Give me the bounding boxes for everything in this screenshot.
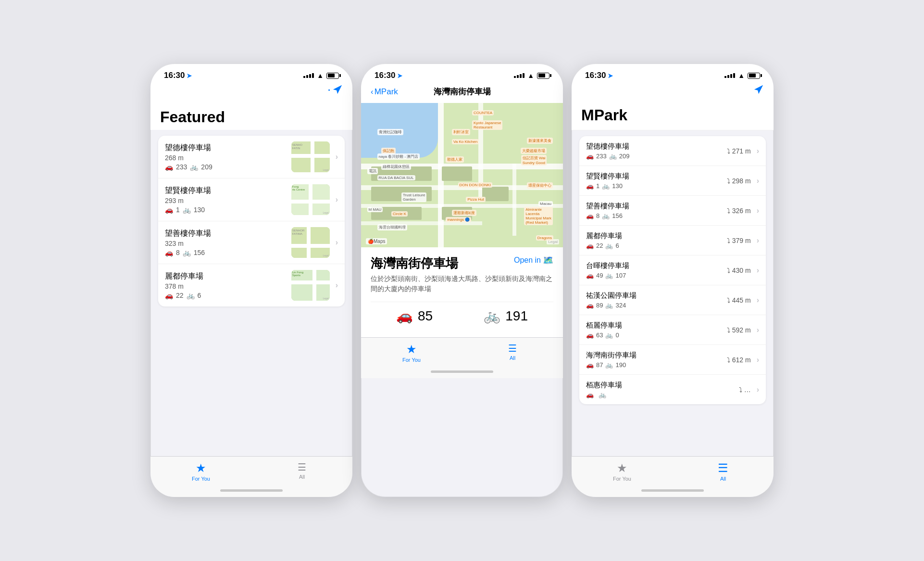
bike-icon-a1: 🚲 (602, 182, 610, 190)
home-indicator-2 (361, 365, 563, 378)
detail-info: 海灣南街停車場 Open in 🗺️ 位於沙梨頭南街、沙梨頭海邊大馬路、沙梨頭新… (361, 247, 563, 337)
scroll-content-1: Featured 望德樓停車場 268 m 🚗 233 🚲 209 (150, 101, 352, 456)
bike-icon-a5: 🚲 (605, 302, 613, 309)
chevron-a4: › (757, 266, 759, 275)
time-2: 16:30 ➤ (375, 71, 402, 80)
map-container: COUNTEA Kyoto JapaneseRestaurant 青洲灶記咖啡 … (361, 103, 563, 247)
paper-plane-icon-1[interactable] (332, 84, 343, 95)
tab-for-you-3[interactable]: ★ For You (605, 461, 639, 482)
all-list-title: MPark (581, 106, 764, 124)
chevron-a3: › (757, 236, 759, 245)
all-item-7[interactable]: 海灣南街停車場 🚗 87 🚲 190 ⤵ 612 m › (579, 345, 766, 375)
paper-plane-icon-3[interactable] (753, 84, 764, 95)
bike-icon-a2: 🚲 (602, 212, 610, 219)
bike-icon-2a: 🚲 (183, 206, 191, 214)
all-list-header: MPark (572, 99, 774, 130)
car-icon-a0: 🚗 (586, 153, 594, 160)
parking-card-1: 望德樓停車場 268 m 🚗 233 🚲 209 SENHOFATIN Leg (158, 136, 345, 306)
signal-icon-1 (303, 73, 314, 78)
tab-all-3[interactable]: ☰ All (706, 461, 740, 482)
tab-all-2[interactable]: ☰ All (496, 343, 529, 363)
parking-item-4[interactable]: 麗都停車場 378 m 🚗 22 🚲 6 Lin FongSports Leg (158, 264, 345, 306)
status-icons-1: ▲ (303, 72, 339, 79)
screen3-phone: 16:30 ➤ ▲ MPark 望德樓停車場 (572, 64, 774, 497)
all-item-8[interactable]: 栢惠停車場 🚗 🚲 ⤵ … › (579, 375, 766, 404)
battery-icon-1 (326, 73, 339, 79)
scroll-content-3: 望德樓停車場 🚗 233 🚲 209 ⤵ 271 m › 望賢樓 (572, 130, 774, 456)
home-indicator-3 (572, 484, 774, 497)
all-list-card: 望德樓停車場 🚗 233 🚲 209 ⤵ 271 m › 望賢樓 (579, 136, 766, 404)
car-icon-4a: 🚗 (165, 292, 173, 299)
car-icon-a4: 🚗 (586, 272, 594, 279)
tab-all-1[interactable]: ☰ All (285, 461, 319, 482)
car-icon-a1: 🚗 (586, 182, 594, 190)
navigation-icon-1[interactable]: ⬝ (326, 84, 332, 97)
featured-header: Featured (150, 101, 352, 130)
chevron-a0: › (757, 147, 759, 155)
chevron-icon-4: › (336, 281, 338, 290)
parking-item-1[interactable]: 望德樓停車場 268 m 🚗 233 🚲 209 SENHOFATIN Leg (158, 136, 345, 178)
open-in-button[interactable]: Open in 🗺️ (514, 255, 553, 266)
status-bar-1: 16:30 ➤ ▲ (150, 64, 352, 84)
tab-for-you-2[interactable]: ★ For You (395, 343, 428, 363)
screen2-phone: 16:30 ➤ ▲ ‹ MPark 海灣南街停車場 (361, 64, 563, 497)
bike-stat-icon: 🚲 (484, 308, 500, 324)
list-icon-3: ☰ (718, 461, 728, 475)
chevron-icon-2: › (336, 195, 338, 204)
tab-bar-1: ★ For You ☰ All (150, 456, 352, 484)
parking-info-1: 望德樓停車場 268 m 🚗 233 🚲 209 (165, 143, 287, 171)
nav-title-2: 海灣南街停車場 (434, 86, 491, 97)
parking-item-2[interactable]: 望賢樓停車場 293 m 🚗 1 🚲 130 Fongrts Centre L (158, 178, 345, 221)
car-icon-2a: 🚗 (165, 206, 173, 214)
map-thumb-2: Fongrts Centre Legal (291, 184, 330, 215)
chevron-a7: › (757, 356, 759, 364)
bike-icon-1a: 🚲 (190, 163, 198, 171)
list-icon-1: ☰ (298, 461, 306, 473)
all-item-1[interactable]: 望賢樓停車場 🚗 1 🚲 130 ⤵ 298 m › (579, 166, 766, 196)
list-icon-2: ☰ (508, 343, 517, 354)
status-bar-2: 16:30 ➤ ▲ (361, 64, 563, 84)
car-stat: 🚗 85 (396, 308, 433, 324)
chevron-a8: › (757, 385, 759, 394)
all-item-0[interactable]: 望德樓停車場 🚗 233 🚲 209 ⤵ 271 m › (579, 136, 766, 166)
location-arrow-icon-1: ➤ (187, 72, 192, 79)
all-item-3[interactable]: 麗都停車場 🚗 22 🚲 6 ⤵ 379 m › (579, 226, 766, 255)
signal-icon-3 (724, 73, 735, 78)
bike-icon-3a: 🚲 (183, 249, 191, 256)
all-item-6[interactable]: 栢麗停車場 🚗 63 🚲 0 ⤵ 592 m › (579, 315, 766, 345)
signal-icon-2 (514, 73, 524, 78)
all-item-5[interactable]: 祐漢公園停車場 🚗 89 🚲 324 ⤵ 445 m › (579, 285, 766, 315)
all-item-2[interactable]: 望善樓停車場 🚗 8 🚲 156 ⤵ 326 m › (579, 196, 766, 226)
detail-description: 位於沙梨頭南街、沙梨頭海邊大馬路、沙梨頭新街及海灣南之間的大廈內的停車場 (371, 274, 553, 294)
dist-icon-0: ⤵ (727, 147, 730, 155)
chevron-a6: › (757, 326, 759, 334)
bike-icon-a4: 🚲 (605, 272, 613, 279)
battery-icon-3 (748, 73, 760, 79)
star-icon-2: ★ (406, 343, 417, 356)
maps-icon: 🗺️ (543, 255, 553, 266)
time-3: 16:30 ➤ (585, 71, 613, 80)
nav-header-2: ‹ MPark 海灣南街停車場 (361, 84, 563, 103)
wifi-icon-2: ▲ (527, 72, 534, 79)
detail-stats: 🚗 85 🚲 191 (371, 302, 553, 330)
parking-item-3[interactable]: 望善樓停車場 323 m 🚗 8 🚲 156 SENHORFATIMA Leg (158, 221, 345, 264)
tab-bar-3: ★ For You ☰ All (572, 456, 774, 484)
car-icon-a7: 🚗 (586, 361, 594, 369)
screen1-phone: 16:30 ➤ ▲ ⬝ Featured (150, 64, 352, 497)
car-icon-a6: 🚗 (586, 332, 594, 339)
status-icons-2: ▲ (514, 72, 549, 79)
back-button-2[interactable]: ‹ MPark (371, 87, 398, 97)
chevron-icon-1: › (336, 153, 338, 161)
wifi-icon-1: ▲ (317, 72, 324, 79)
car-icon-1a: 🚗 (165, 163, 173, 171)
car-icon-a8: 🚗 (586, 391, 594, 398)
chevron-a1: › (757, 177, 759, 185)
detail-name: 海灣南街停車場 (371, 255, 458, 272)
time-1: 16:30 ➤ (164, 71, 192, 80)
status-bar-3: 16:30 ➤ ▲ (572, 64, 774, 84)
bike-icon-4a: 🚲 (187, 292, 195, 299)
star-icon-3: ★ (617, 461, 627, 475)
tab-for-you-1[interactable]: ★ For You (184, 461, 218, 482)
all-item-4[interactable]: 台暉樓停車場 🚗 49 🚲 107 ⤵ 430 m › (579, 255, 766, 285)
home-indicator-1 (150, 484, 352, 497)
